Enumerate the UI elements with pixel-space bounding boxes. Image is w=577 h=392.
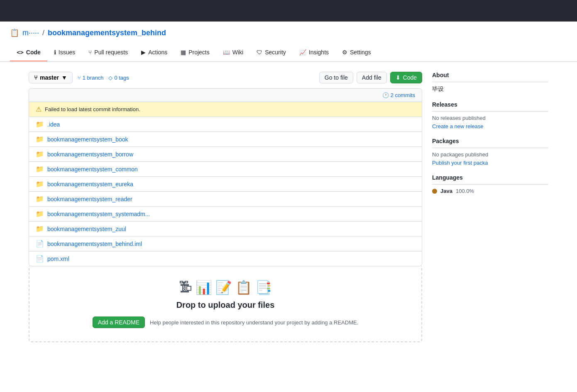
- file-row[interactable]: 📁 bookmanagementsystem_book: [29, 131, 422, 146]
- pdf-icon: 📑: [255, 280, 272, 295]
- insights-icon: 📈: [299, 49, 306, 56]
- folder-icon: 📁: [36, 135, 44, 143]
- file-name[interactable]: pom.xml: [47, 256, 415, 262]
- tag-icon: ◇: [108, 75, 112, 81]
- chevron-down-icon: ▼: [61, 74, 67, 81]
- about-title: About: [432, 72, 548, 82]
- file-name[interactable]: bookmanagementsystem_eureka: [47, 181, 415, 187]
- tags-link[interactable]: ◇ 0 tags: [108, 75, 129, 81]
- code-file-icon: 📝: [215, 280, 232, 295]
- file-name[interactable]: bookmanagementsystem_systemadm...: [47, 211, 415, 217]
- branches-link[interactable]: ⑂ 1 branch: [78, 75, 104, 81]
- tab-settings[interactable]: ⚙ Settings: [335, 44, 378, 61]
- tab-actions[interactable]: ▶ Actions: [134, 44, 174, 61]
- history-icon: 🕐: [382, 92, 389, 98]
- readme-description: Help people interested in this repositor…: [150, 319, 358, 326]
- language-bar: Java 100.0%: [432, 188, 548, 194]
- tab-actions-label: Actions: [148, 49, 167, 56]
- file-row[interactable]: 📄 bookmanagementsystem_behind.iml: [29, 236, 422, 251]
- file-name[interactable]: .idea: [47, 121, 415, 128]
- tab-issues[interactable]: ℹ Issues: [47, 44, 82, 61]
- file-name[interactable]: bookmanagementsystem_behind.iml: [47, 241, 415, 247]
- warning-triangle-icon: ⚠: [36, 105, 42, 113]
- branch-icon: ⑂: [34, 74, 37, 81]
- folder-icon: 📁: [36, 180, 44, 188]
- branch-bar-left: ⑂ master ▼ ⑂ 1 branch ◇ 0 tags: [29, 72, 129, 83]
- text-icon: 📋: [235, 280, 252, 295]
- security-icon: 🛡: [257, 49, 262, 56]
- branch-bar: ⑂ master ▼ ⑂ 1 branch ◇ 0 tags Go to fil…: [29, 72, 422, 83]
- file-row[interactable]: 📁 bookmanagementsystem_borrow: [29, 146, 422, 161]
- tab-security-label: Security: [265, 49, 286, 56]
- file-row[interactable]: 📁 .idea: [29, 117, 422, 131]
- top-navigation-bar: [0, 0, 577, 22]
- folder-icon: 📁: [36, 120, 44, 128]
- warning-message: Failed to load latest commit information…: [45, 106, 140, 112]
- tab-insights-label: Insights: [309, 49, 329, 56]
- sidebar: About 毕设 Releases No releases published …: [432, 72, 548, 342]
- folder-icon: 📁: [36, 150, 44, 158]
- file-name[interactable]: bookmanagementsystem_borrow: [47, 151, 415, 158]
- tags-count-label: 0 tags: [114, 75, 129, 81]
- actions-icon: ▶: [141, 49, 146, 56]
- folder-icon: 📁: [36, 165, 44, 173]
- languages-title: Languages: [432, 174, 548, 185]
- file-row[interactable]: 📁 bookmanagementsystem_reader: [29, 191, 422, 206]
- tab-code[interactable]: <> Code: [10, 44, 47, 61]
- file-row[interactable]: 📁 bookmanagementsystem_systemadm...: [29, 206, 422, 221]
- repo-book-icon: 📋: [10, 28, 19, 37]
- add-readme-button[interactable]: Add a README: [93, 317, 145, 328]
- tab-issues-label: Issues: [59, 49, 75, 56]
- tab-code-label: Code: [26, 49, 41, 56]
- zip-icon: 🗜: [179, 280, 192, 295]
- add-file-button[interactable]: Add file: [357, 72, 387, 83]
- releases-title: Releases: [432, 101, 548, 112]
- publish-package-link[interactable]: Publish your first packa: [432, 160, 488, 166]
- settings-icon: ⚙: [342, 49, 347, 56]
- commits-count-label: 2 commits: [391, 92, 415, 98]
- branch-fork-icon: ⑂: [78, 75, 81, 81]
- repo-name[interactable]: bookmanagementsystem_behind: [48, 29, 166, 37]
- file-name[interactable]: bookmanagementsystem_book: [47, 136, 415, 143]
- file-doc-icon: 📄: [36, 240, 44, 248]
- tab-settings-label: Settings: [350, 49, 371, 56]
- main-content: ⑂ master ▼ ⑂ 1 branch ◇ 0 tags Go to fil…: [19, 62, 558, 352]
- languages-section: Languages Java 100.0%: [432, 174, 548, 194]
- file-row[interactable]: 📁 bookmanagementsystem_zuul: [29, 221, 422, 236]
- file-name[interactable]: bookmanagementsystem_reader: [47, 196, 415, 202]
- repo-header: 📋 m····· / bookmanagementsystem_behind: [0, 22, 577, 37]
- java-language-dot: [432, 189, 437, 194]
- file-row[interactable]: 📁 bookmanagementsystem_eureka: [29, 176, 422, 191]
- tab-navigation: <> Code ℹ Issues ⑂ Pull requests ▶ Actio…: [0, 44, 577, 62]
- file-name[interactable]: bookmanagementsystem_zuul: [47, 226, 415, 232]
- go-to-file-button[interactable]: Go to file: [319, 72, 353, 83]
- file-table: 📁 .idea 📁 bookmanagementsystem_book 📁 bo…: [29, 117, 422, 266]
- code-button[interactable]: ⬇ Code: [390, 72, 422, 83]
- packages-text: No packages published: [432, 151, 548, 158]
- file-row[interactable]: 📁 bookmanagementsystem_common: [29, 161, 422, 176]
- file-row[interactable]: 📄 pom.xml: [29, 251, 422, 266]
- tab-projects-label: Projects: [188, 49, 210, 56]
- tab-pull-requests[interactable]: ⑂ Pull requests: [82, 44, 134, 61]
- folder-icon: 📁: [36, 225, 44, 233]
- tab-insights[interactable]: 📈 Insights: [293, 44, 335, 61]
- about-description: 毕设: [432, 85, 548, 93]
- code-icon: <>: [17, 49, 24, 56]
- create-release-link[interactable]: Create a new release: [432, 123, 484, 129]
- releases-text: No releases published: [432, 115, 548, 121]
- language-percentage: 100.0%: [456, 188, 474, 194]
- file-name[interactable]: bookmanagementsystem_common: [47, 166, 415, 173]
- language-name: Java: [440, 188, 452, 194]
- tab-wiki-label: Wiki: [232, 49, 243, 56]
- tab-wiki[interactable]: 📖 Wiki: [216, 44, 250, 61]
- repo-owner[interactable]: m·····: [22, 29, 39, 37]
- tab-projects[interactable]: ▦ Projects: [174, 44, 216, 61]
- commits-link[interactable]: 🕐 2 commits: [382, 92, 415, 98]
- drop-zone[interactable]: 🗜 📊 📝 📋 📑 Drop to upload your files Add …: [29, 266, 422, 342]
- readme-bar: Add a README Help people interested in t…: [43, 317, 408, 328]
- tab-security[interactable]: 🛡 Security: [250, 44, 293, 61]
- branch-selector-button[interactable]: ⑂ master ▼: [29, 72, 73, 83]
- drop-text: Drop to upload your files: [43, 300, 408, 310]
- about-section: About 毕设: [432, 72, 548, 93]
- commits-bar: 🕐 2 commits: [29, 88, 422, 102]
